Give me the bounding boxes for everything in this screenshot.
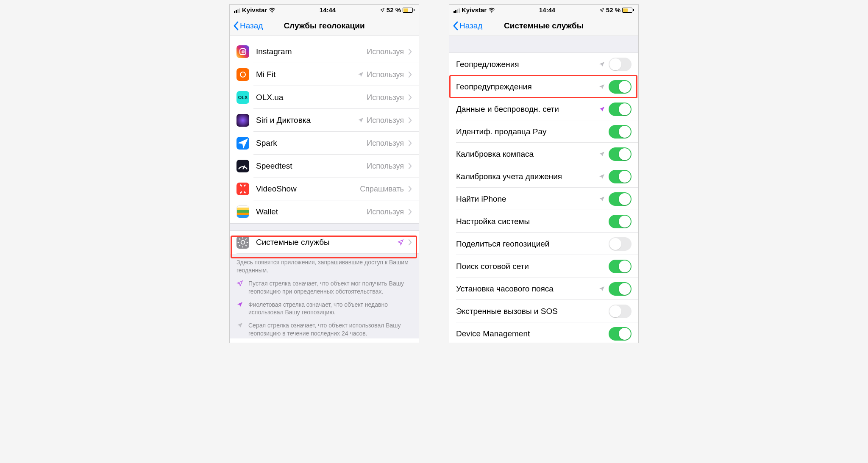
phone-left: Kyivstar 14:44 52 % Назад Службы геолока… — [229, 4, 419, 343]
status-right: 52 % — [380, 6, 415, 14]
app-status: Используя — [367, 139, 404, 148]
status-time: 14:44 — [275, 6, 380, 14]
status-right: 52 % — [599, 6, 634, 14]
app-icon — [236, 205, 249, 218]
app-name: Speedtest — [256, 161, 364, 171]
status-time: 14:44 — [495, 6, 599, 14]
app-icon — [236, 45, 249, 58]
toggle[interactable] — [609, 305, 632, 318]
location-arrow-icon — [598, 196, 605, 202]
location-arrow-icon — [598, 106, 605, 113]
back-label: Назад — [240, 21, 263, 30]
footer-item: Серая стрелка означает, что объект испол… — [230, 317, 419, 338]
app-name: Wallet — [256, 207, 364, 216]
system-row[interactable]: Поделиться геопозицией — [449, 233, 638, 255]
footer-item-text: Фиолетовая стрелка означает, что объект … — [248, 301, 412, 317]
status-bar: Kyivstar 14:44 52 % — [449, 5, 638, 16]
system-row[interactable]: Настройка системы — [449, 210, 638, 233]
chevron-right-icon — [408, 48, 412, 55]
battery-pct: 52 % — [387, 6, 401, 14]
toggle[interactable] — [609, 260, 632, 273]
signal-icon — [234, 8, 240, 13]
toggle[interactable] — [609, 80, 632, 94]
app-row[interactable]: Siri и ДиктовкаИспользуя — [230, 109, 419, 132]
app-status: Используя — [367, 162, 404, 171]
location-arrow-icon — [598, 173, 605, 180]
app-status: Используя — [367, 70, 404, 79]
app-icon — [236, 137, 249, 150]
app-row[interactable]: OLXOLX.uaИспользуя — [230, 86, 419, 109]
chevron-right-icon — [408, 239, 412, 246]
location-arrow-icon — [598, 151, 605, 158]
chevron-right-icon — [408, 186, 412, 192]
app-icon — [236, 114, 249, 127]
toggle[interactable] — [609, 215, 632, 228]
app-row[interactable]: InstagramИспользуя — [230, 40, 419, 63]
app-name: Spark — [256, 139, 364, 148]
system-row[interactable]: Поиск сотовой сети — [449, 255, 638, 277]
phone-right: Kyivstar 14:44 52 % Назад Системные служ… — [449, 4, 639, 343]
app-row[interactable]: SparkИспользуя — [230, 132, 419, 155]
system-row[interactable]: Device Management — [449, 322, 638, 343]
app-icon — [236, 183, 249, 195]
footer-item-text: Серая стрелка означает, что объект испол… — [248, 322, 412, 338]
footer-item: Пустая стрелка означает, что объект мог … — [230, 275, 419, 297]
system-row[interactable]: Установка часового пояса — [449, 277, 638, 300]
toggle[interactable] — [609, 192, 632, 206]
chevron-right-icon — [408, 94, 412, 101]
row-label: Экстренные вызовы и SOS — [456, 307, 609, 316]
app-row[interactable]: SpeedtestИспользуя — [230, 155, 419, 177]
chevron-right-icon — [408, 163, 412, 169]
system-row[interactable]: Данные и беспроводн. сети — [449, 98, 638, 120]
chevron-right-icon — [408, 140, 412, 147]
app-icon — [236, 68, 249, 81]
battery-pct: 52 % — [606, 6, 620, 14]
chevron-left-icon — [233, 21, 239, 30]
location-arrow-icon — [397, 239, 404, 246]
app-status: Используя — [367, 116, 404, 125]
system-row[interactable]: Калибровка компаса — [449, 143, 638, 165]
toggle[interactable] — [609, 58, 632, 71]
row-label: Поиск сотовой сети — [456, 262, 609, 271]
toggle[interactable] — [609, 327, 632, 341]
chevron-right-icon — [408, 117, 412, 124]
system-row[interactable]: Геопредложения — [449, 53, 638, 75]
row-label: Данные и беспроводн. сети — [456, 105, 598, 114]
app-status: Используя — [367, 47, 404, 56]
toggle[interactable] — [609, 237, 632, 251]
location-arrow-icon — [236, 322, 244, 338]
app-icon: OLX — [236, 91, 249, 104]
back-button[interactable]: Назад — [233, 21, 263, 30]
row-label: Калибровка учета движения — [456, 172, 598, 181]
system-services-row[interactable]: Системные службы — [230, 231, 419, 254]
toggle[interactable] — [609, 147, 632, 161]
battery-icon — [622, 8, 634, 13]
toggle[interactable] — [609, 170, 632, 183]
app-row[interactable]: Mi FitИспользуя — [230, 63, 419, 86]
toggle[interactable] — [609, 103, 632, 116]
system-row[interactable]: Калибровка учета движения — [449, 165, 638, 188]
back-button[interactable]: Назад — [453, 21, 482, 30]
carrier-label: Kyivstar — [242, 6, 267, 14]
system-row[interactable]: Геопредупреждения — [449, 75, 638, 98]
row-label: Установка часового пояса — [456, 284, 598, 294]
toggle[interactable] — [609, 125, 632, 139]
location-arrow-icon — [357, 71, 364, 78]
system-row[interactable]: Найти iPhone — [449, 188, 638, 210]
row-label: Найти iPhone — [456, 194, 598, 204]
status-left: Kyivstar — [234, 6, 275, 14]
footer-lead: Здесь появятся приложения, запрашивавшие… — [230, 254, 419, 275]
toggle[interactable] — [609, 282, 632, 296]
row-label: Калибровка компаса — [456, 150, 598, 159]
system-row[interactable]: Идентиф. продавца Pay — [449, 120, 638, 143]
chevron-right-icon — [408, 208, 412, 215]
app-row[interactable]: VideoShowСпрашивать — [230, 177, 419, 200]
system-row[interactable]: Экстренные вызовы и SOS — [449, 300, 638, 322]
app-status: Спрашивать — [360, 185, 404, 194]
wifi-icon — [269, 8, 275, 13]
app-status: Используя — [367, 208, 404, 216]
wifi-icon — [488, 8, 495, 13]
status-left: Kyivstar — [453, 6, 495, 14]
list: ГеопредложенияГеопредупрежденияДанные и … — [449, 36, 638, 343]
app-row[interactable]: WalletИспользуя — [230, 200, 419, 223]
